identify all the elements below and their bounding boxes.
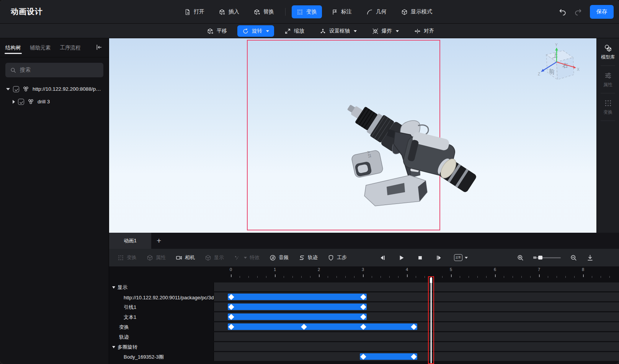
- toolbar-button-display-mode[interactable]: 显示模式: [396, 5, 437, 18]
- chevron-down-icon: [266, 30, 269, 32]
- timeline-track-row: 变换: [109, 322, 619, 332]
- ruler-minor-tick: [609, 276, 610, 278]
- track-bar-area[interactable]: [214, 342, 619, 351]
- animation-clip-bar[interactable]: [228, 323, 417, 330]
- ruler-minor-tick: [301, 276, 302, 278]
- toolbar-button-insert[interactable]: 插入: [214, 5, 244, 18]
- sidebar-tab-aux[interactable]: 辅助元素: [29, 39, 52, 57]
- animation-clip-bar[interactable]: [228, 304, 367, 310]
- timeline-tool-label-camera: 相机: [185, 254, 195, 261]
- track-label[interactable]: 文本1: [109, 312, 214, 322]
- caret-down-icon[interactable]: [112, 286, 115, 289]
- playback-speed-dropdown[interactable]: 正常: [454, 254, 468, 261]
- rightbar-item-properties[interactable]: 属性: [597, 66, 619, 93]
- track-bar-area[interactable]: [214, 302, 619, 311]
- toolbar-button-open[interactable]: 打开: [179, 5, 209, 18]
- toolbar-button-annotate[interactable]: 标注: [327, 5, 357, 18]
- tree-checkbox[interactable]: [13, 86, 19, 92]
- ruler-minor-tick: [284, 276, 284, 278]
- next-frame-button[interactable]: [435, 254, 443, 261]
- ruler-minor-tick: [389, 276, 390, 278]
- rightbar-item-model-library[interactable]: 模型库: [597, 38, 619, 65]
- chevron-down-icon: [354, 30, 357, 32]
- track-bar-area[interactable]: [214, 312, 619, 321]
- track-label[interactable]: 轨迹: [109, 332, 214, 342]
- track-label[interactable]: 显示: [109, 282, 214, 292]
- track-label-text: 文本1: [124, 314, 136, 321]
- rightbar-item-transform[interactable]: 变换: [597, 93, 619, 121]
- track-label[interactable]: 引线1: [109, 302, 214, 312]
- toolbar-button-transform[interactable]: 变换: [292, 5, 322, 18]
- timeline-tool-label-audio: 音频: [279, 254, 289, 261]
- transform-tool-pivot[interactable]: 设置枢轴: [315, 25, 362, 37]
- zoom-out-button[interactable]: [570, 254, 577, 261]
- timeline-track-row: 显示: [109, 282, 619, 292]
- save-button[interactable]: 保存: [590, 5, 614, 19]
- track-bar-area[interactable]: [214, 292, 619, 301]
- transform-tool-explode[interactable]: 爆炸: [367, 25, 404, 37]
- track-bar-area[interactable]: [214, 322, 619, 331]
- tree-checkbox[interactable]: [18, 99, 24, 105]
- stop-button[interactable]: [416, 254, 424, 261]
- zoom-in-button[interactable]: [517, 254, 524, 261]
- ruler-major-tick: [495, 274, 496, 277]
- ruler-major-tick: [275, 274, 276, 277]
- animation-tabstrip: 动画1 +: [109, 233, 619, 249]
- timeline-tool-step[interactable]: 工步: [328, 254, 347, 261]
- redo-button[interactable]: [574, 8, 582, 16]
- track-bar-area[interactable]: [214, 332, 619, 341]
- track-label[interactable]: 变换: [109, 322, 214, 332]
- caret-down-icon[interactable]: [6, 88, 10, 90]
- drill-model[interactable]: 12 V: [329, 87, 482, 213]
- tree-row[interactable]: http://10.122.92.200:8088/pack...: [0, 83, 109, 95]
- navigation-cube[interactable]: 上 前 右 Y X Z: [535, 43, 580, 89]
- timeline-zoom-slider[interactable]: [533, 255, 561, 260]
- align-icon: [414, 28, 421, 34]
- timeline-tool-camera[interactable]: 相机: [176, 254, 195, 261]
- timeline-tool-label-step: 工步: [337, 254, 347, 261]
- timeline-tool-audio[interactable]: 音频: [269, 254, 289, 261]
- ruler-minor-tick: [381, 276, 381, 278]
- animation-clip-bar[interactable]: [228, 313, 367, 320]
- timeline-tool-track[interactable]: 轨迹: [299, 254, 318, 261]
- toolbar-button-replace[interactable]: 替换: [249, 5, 279, 18]
- transform-tool-align[interactable]: 对齐: [409, 25, 439, 37]
- animation-clip-bar[interactable]: [228, 294, 367, 300]
- track-label[interactable]: Body_169352-3圈: [109, 352, 214, 362]
- animation-tab[interactable]: 动画1: [109, 233, 151, 249]
- tree-row[interactable]: drill 3: [0, 95, 109, 108]
- timeline-tool-label-display: 显示: [214, 254, 224, 261]
- timeline-tool-property: 属性: [147, 254, 166, 261]
- timeline-track-row: 文本1: [109, 312, 619, 322]
- play-button[interactable]: [398, 254, 405, 261]
- ruler-label: 6: [494, 267, 496, 272]
- track-label-text: Body_169352-3圈: [124, 354, 164, 361]
- audio-icon: [269, 255, 276, 261]
- collapse-sidebar-icon[interactable]: [95, 44, 103, 52]
- effects-icon: [234, 255, 240, 261]
- undo-button[interactable]: [559, 8, 567, 16]
- search-box[interactable]: 搜索: [5, 63, 103, 77]
- track-bar-area[interactable]: [214, 282, 619, 291]
- track-label-text: 显示: [118, 284, 127, 291]
- add-animation-tab-button[interactable]: +: [157, 233, 161, 249]
- caret-right-icon[interactable]: [13, 100, 15, 104]
- timeline-ruler[interactable]: 012345678: [109, 266, 619, 282]
- track-bar-area[interactable]: [214, 352, 619, 361]
- transform-tool-rotate[interactable]: 旋转: [237, 25, 274, 37]
- caret-down-icon[interactable]: [112, 346, 115, 348]
- download-button[interactable]: [586, 254, 594, 261]
- svg-text:上: 上: [552, 51, 558, 59]
- toolbar-label-transform: 变换: [306, 8, 317, 15]
- transform-tool-scale[interactable]: 缩放: [279, 25, 309, 37]
- track-label[interactable]: http://10.122.92.200:9011/package/pc/3dc…: [109, 292, 214, 302]
- animation-clip-bar[interactable]: [360, 353, 417, 360]
- sidebar-tab-structure[interactable]: 结构树: [5, 39, 22, 57]
- transform-tool-pan[interactable]: 平移: [202, 25, 232, 37]
- viewport-3d[interactable]: 12 V: [109, 38, 596, 233]
- sidebar-tab-process[interactable]: 工序流程: [59, 39, 82, 57]
- track-label[interactable]: 多圈旋转: [109, 342, 214, 352]
- playhead[interactable]: [428, 276, 434, 364]
- prev-frame-button[interactable]: [379, 254, 386, 261]
- toolbar-button-geometry[interactable]: 几何: [361, 5, 392, 18]
